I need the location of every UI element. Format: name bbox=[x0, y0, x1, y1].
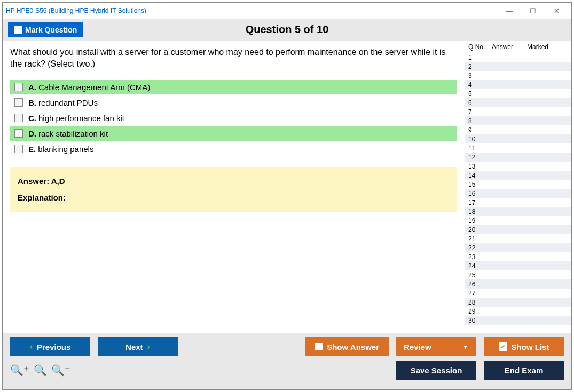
col-marked: Marked bbox=[527, 43, 568, 51]
row-number: 2 bbox=[468, 63, 492, 70]
end-exam-button[interactable]: End Exam bbox=[484, 361, 564, 380]
row-number: 20 bbox=[468, 226, 492, 234]
option-row[interactable]: D.rack stabilization kit bbox=[10, 126, 457, 141]
list-item[interactable]: 29 bbox=[465, 307, 571, 316]
row-number: 19 bbox=[468, 217, 492, 225]
list-item[interactable]: 12 bbox=[465, 153, 571, 162]
option-text: high performance fan kit bbox=[38, 114, 124, 123]
row-number: 25 bbox=[468, 271, 492, 279]
list-item[interactable]: 24 bbox=[465, 261, 571, 270]
checkbox-icon bbox=[14, 26, 22, 34]
option-row[interactable]: A.Cable Management Arm (CMA) bbox=[10, 80, 457, 94]
row-number: 3 bbox=[468, 72, 492, 79]
row-number: 16 bbox=[468, 190, 492, 197]
list-item[interactable]: 14 bbox=[465, 171, 571, 180]
list-item[interactable]: 7 bbox=[465, 107, 571, 116]
show-list-button[interactable]: ✓ Show List bbox=[484, 337, 564, 356]
row-number: 7 bbox=[468, 108, 492, 116]
row-number: 28 bbox=[468, 299, 492, 306]
list-item[interactable]: 23 bbox=[465, 252, 571, 261]
option-row[interactable]: C.high performance fan kit bbox=[10, 111, 457, 125]
maximize-icon[interactable]: ☐ bbox=[521, 3, 545, 18]
list-item[interactable]: 2 bbox=[465, 62, 571, 71]
checkbox-icon[interactable] bbox=[14, 129, 23, 138]
list-item[interactable]: 30 bbox=[465, 316, 571, 325]
list-item[interactable]: 11 bbox=[465, 143, 571, 153]
option-row[interactable]: B.redundant PDUs bbox=[10, 95, 457, 110]
prev-label: Previous bbox=[37, 342, 70, 351]
list-item[interactable]: 27 bbox=[465, 289, 571, 298]
option-letter: E. bbox=[28, 145, 36, 154]
header-bar: Mark Question Question 5 of 10 bbox=[3, 19, 571, 41]
chevron-left-icon: ‹ bbox=[30, 342, 33, 351]
list-item[interactable]: 15 bbox=[465, 180, 571, 189]
next-button[interactable]: Next › bbox=[98, 337, 178, 356]
list-item[interactable]: 26 bbox=[465, 279, 571, 289]
checkbox-icon[interactable] bbox=[14, 145, 23, 153]
zoom-reset-icon[interactable]: 🔍 bbox=[34, 364, 47, 377]
list-item[interactable]: 16 bbox=[465, 189, 571, 198]
row-number: 4 bbox=[468, 81, 492, 89]
mark-question-button[interactable]: Mark Question bbox=[8, 22, 83, 37]
review-button[interactable]: Review ▾ bbox=[396, 337, 476, 356]
main-area: What should you install with a server fo… bbox=[3, 41, 571, 333]
row-number: 23 bbox=[468, 253, 492, 261]
list-item[interactable]: 13 bbox=[465, 162, 571, 171]
zoom-out-icon[interactable]: 🔍⁻ bbox=[51, 364, 70, 377]
row-number: 21 bbox=[468, 235, 492, 243]
explanation-label: Explanation: bbox=[18, 193, 450, 202]
row-number: 29 bbox=[468, 308, 492, 315]
list-item[interactable]: 28 bbox=[465, 298, 571, 307]
list-item[interactable]: 9 bbox=[465, 125, 571, 134]
list-item[interactable]: 22 bbox=[465, 243, 571, 252]
footer-bar: ‹ Previous Next › Show Answer Review ▾ ✓… bbox=[3, 333, 571, 389]
col-qno: Q No. bbox=[468, 43, 492, 51]
show-answer-button[interactable]: Show Answer bbox=[305, 337, 389, 356]
list-item[interactable]: 25 bbox=[465, 270, 571, 279]
zoom-in-icon[interactable]: 🔍⁺ bbox=[10, 364, 29, 377]
question-header: Question 5 of 10 bbox=[246, 23, 329, 36]
chevron-down-icon: ▾ bbox=[464, 344, 467, 350]
list-item[interactable]: 10 bbox=[465, 134, 571, 143]
row-number: 27 bbox=[468, 290, 492, 297]
checkbox-icon[interactable] bbox=[14, 83, 23, 91]
list-item[interactable]: 4 bbox=[465, 80, 571, 89]
previous-button[interactable]: ‹ Previous bbox=[10, 337, 90, 356]
close-icon[interactable]: ✕ bbox=[545, 3, 568, 18]
option-row[interactable]: E.blanking panels bbox=[10, 142, 457, 156]
option-letter: D. bbox=[28, 129, 36, 138]
list-item[interactable]: 19 bbox=[465, 216, 571, 225]
check-icon: ✓ bbox=[499, 342, 507, 351]
next-label: Next bbox=[125, 342, 143, 351]
row-number: 18 bbox=[468, 208, 492, 215]
list-item[interactable]: 3 bbox=[465, 71, 571, 80]
row-number: 14 bbox=[468, 172, 492, 179]
row-number: 13 bbox=[468, 163, 492, 170]
option-letter: A. bbox=[28, 83, 36, 92]
checkbox-icon[interactable] bbox=[14, 98, 23, 107]
list-item[interactable]: 6 bbox=[465, 98, 571, 107]
show-label: Show Answer bbox=[327, 342, 379, 351]
list-item[interactable]: 21 bbox=[465, 234, 571, 243]
row-number: 30 bbox=[468, 317, 492, 324]
sidebar-list[interactable]: 1234567891011121314151617181920212223242… bbox=[465, 53, 571, 333]
options-list: A.Cable Management Arm (CMA)B.redundant … bbox=[10, 80, 457, 156]
row-number: 8 bbox=[468, 117, 492, 125]
question-text: What should you install with a server fo… bbox=[10, 46, 457, 70]
row-number: 22 bbox=[468, 244, 492, 252]
row-number: 11 bbox=[468, 145, 492, 152]
list-item[interactable]: 8 bbox=[465, 116, 571, 125]
chevron-right-icon: › bbox=[147, 342, 150, 351]
list-item[interactable]: 5 bbox=[465, 89, 571, 98]
sidebar-header: Q No. Answer Marked bbox=[465, 41, 571, 53]
list-item[interactable]: 18 bbox=[465, 207, 571, 216]
checkbox-icon bbox=[315, 343, 323, 350]
list-item[interactable]: 17 bbox=[465, 198, 571, 207]
list-item[interactable]: 1 bbox=[465, 53, 571, 62]
option-text: blanking panels bbox=[38, 145, 93, 154]
save-session-button[interactable]: Save Session bbox=[396, 361, 476, 380]
list-item[interactable]: 20 bbox=[465, 225, 571, 234]
checkbox-icon[interactable] bbox=[14, 114, 23, 122]
end-label: End Exam bbox=[505, 366, 544, 375]
minimize-icon[interactable]: — bbox=[498, 3, 521, 18]
